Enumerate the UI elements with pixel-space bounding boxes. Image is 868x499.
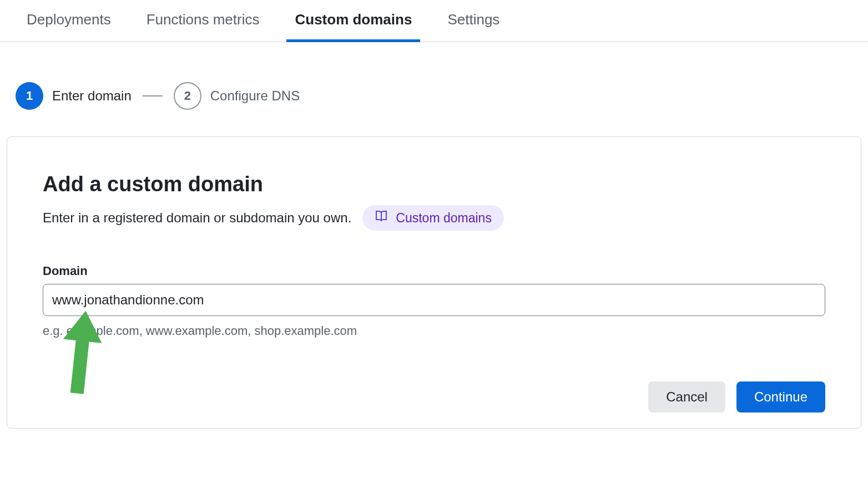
step-connector [143, 95, 163, 96]
tab-functions-metrics[interactable]: Functions metrics [147, 11, 260, 42]
step-enter-domain: 1 Enter domain [16, 82, 132, 110]
tab-deployments[interactable]: Deployments [27, 11, 111, 42]
tab-settings[interactable]: Settings [447, 11, 499, 42]
continue-button[interactable]: Continue [736, 381, 825, 413]
stepper: 1 Enter domain 2 Configure DNS [0, 42, 868, 110]
domain-label: Domain [43, 264, 825, 278]
step-circle-2: 2 [174, 82, 201, 110]
add-domain-card: Add a custom domain Enter in a registere… [7, 136, 861, 429]
doc-link-label: Custom domains [396, 211, 492, 226]
step-circle-1: 1 [16, 82, 43, 110]
custom-domains-doc-link[interactable]: Custom domains [362, 205, 504, 231]
domain-input[interactable] [43, 284, 825, 316]
step-configure-dns: 2 Configure DNS [174, 82, 300, 110]
tab-custom-domains[interactable]: Custom domains [295, 11, 412, 42]
step-label-2: Configure DNS [210, 88, 300, 104]
card-subtitle: Enter in a registered domain or subdomai… [43, 210, 351, 226]
step-label-1: Enter domain [52, 88, 132, 104]
button-row: Cancel Continue [43, 381, 825, 413]
domain-help-text: e.g. example.com, www.example.com, shop.… [43, 324, 825, 338]
card-title: Add a custom domain [43, 172, 825, 196]
book-icon [375, 210, 388, 226]
cancel-button[interactable]: Cancel [648, 381, 725, 413]
tabs-nav: Deployments Functions metrics Custom dom… [0, 0, 868, 42]
